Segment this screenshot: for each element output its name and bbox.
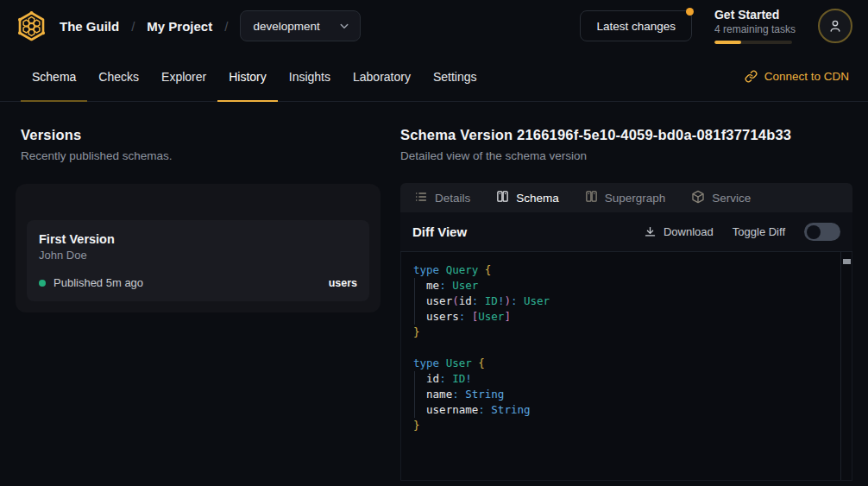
nav-tab-history[interactable]: History [217, 52, 278, 101]
indent-guide [414, 371, 415, 418]
nav-tab-insights[interactable]: Insights [278, 52, 342, 101]
version-detail-card: DetailsSchemaSupergraphService Diff View… [400, 183, 852, 481]
version-list-item[interactable]: First VersionJohn DoePublished 5m agouse… [27, 220, 369, 301]
target-selector-value: development [253, 20, 319, 33]
connect-cdn-link[interactable]: Connect to CDN [745, 52, 849, 101]
get-started-widget[interactable]: Get Started 4 remaining tasks [714, 8, 796, 44]
link-icon [745, 70, 758, 83]
download-icon [644, 225, 657, 238]
columns-icon [496, 190, 509, 205]
detail-tab-label: Schema [516, 192, 559, 205]
primary-nav: SchemaChecksExplorerHistoryInsightsLabor… [0, 52, 868, 102]
header-actions: Latest changes Get Started 4 remaining t… [580, 8, 852, 44]
list-icon [414, 190, 428, 206]
detail-tab-label: Details [435, 192, 470, 205]
notification-dot [686, 8, 694, 16]
version-detail-tabs: DetailsSchemaSupergraphService [400, 183, 852, 212]
user-avatar-button[interactable] [818, 9, 852, 43]
get-started-title: Get Started [714, 8, 796, 22]
versions-subtitle: Recently published schemas. [21, 149, 381, 162]
breadcrumb-project[interactable]: My Project [147, 19, 212, 34]
code-scrollbar-thumb[interactable] [843, 259, 851, 264]
diff-toolbar: Diff View Download Toggle Diff [400, 212, 852, 252]
diff-view-title: Diff View [412, 224, 467, 239]
version-status: Published 5m ago [53, 276, 143, 289]
nav-tab-laboratory[interactable]: Laboratory [342, 52, 422, 101]
get-started-subtitle: 4 remaining tasks [714, 23, 796, 35]
version-detail-panel: Schema Version 2166196f-5e10-4059-bd0a-0… [400, 102, 852, 481]
detail-tab-label: Supergraph [605, 192, 666, 205]
published-status-dot [39, 280, 46, 287]
target-selector[interactable]: development [240, 10, 360, 41]
version-detail-title: Schema Version 2166196f-5e10-4059-bd0a-0… [400, 127, 852, 143]
code-scrollbar[interactable] [840, 252, 852, 480]
nav-tab-explorer[interactable]: Explorer [150, 52, 217, 101]
version-detail-subtitle: Detailed view of the schema version [400, 149, 852, 162]
hive-hexagon-icon [16, 10, 47, 42]
download-button[interactable]: Download [644, 225, 714, 238]
switch-knob [807, 225, 821, 239]
detail-tab-label: Service [712, 192, 751, 205]
main-content: Versions Recently published schemas. Fir… [0, 102, 868, 481]
schema-code-viewer[interactable]: type Query { me: User user(id: ID!): Use… [400, 252, 852, 481]
latest-changes-button[interactable]: Latest changes [580, 10, 692, 41]
primary-nav-tabs: SchemaChecksExplorerHistoryInsightsLabor… [21, 52, 488, 101]
latest-changes-label: Latest changes [596, 20, 676, 33]
service-name-badge: users [329, 277, 357, 289]
breadcrumb-separator: / [131, 19, 135, 34]
nav-tab-schema[interactable]: Schema [21, 52, 87, 101]
nav-tab-settings[interactable]: Settings [422, 52, 488, 101]
detail-tab-supergraph[interactable]: Supergraph [585, 190, 666, 205]
cube-icon [691, 190, 705, 206]
detail-tab-service[interactable]: Service [691, 190, 751, 206]
versions-list: First VersionJohn DoePublished 5m agouse… [16, 184, 381, 312]
chevron-down-icon [339, 21, 349, 31]
version-author: John Doe [39, 249, 357, 262]
versions-panel: Versions Recently published schemas. Fir… [16, 102, 381, 481]
detail-tab-details[interactable]: Details [414, 190, 470, 206]
toggle-diff-label: Toggle Diff [733, 225, 785, 238]
get-started-progress [714, 41, 792, 44]
versions-title: Versions [21, 127, 381, 143]
top-header: The Guild / My Project / development Lat… [0, 0, 868, 52]
breadcrumb: The Guild / My Project / development [16, 10, 361, 42]
columns-icon [585, 190, 598, 205]
schema-sdl: type Query { me: User user(id: ID!): Use… [401, 252, 852, 444]
toggle-diff-switch[interactable] [804, 223, 840, 241]
indent-guide [414, 278, 415, 325]
guild-logo[interactable] [16, 10, 47, 42]
nav-tab-checks[interactable]: Checks [87, 52, 150, 101]
breadcrumb-org[interactable]: The Guild [60, 19, 119, 34]
breadcrumb-separator: / [224, 19, 228, 34]
detail-tab-schema[interactable]: Schema [496, 190, 559, 205]
user-icon [827, 18, 843, 34]
download-label: Download [664, 225, 714, 238]
version-name: First Version [39, 232, 357, 246]
connect-cdn-label: Connect to CDN [764, 70, 849, 83]
